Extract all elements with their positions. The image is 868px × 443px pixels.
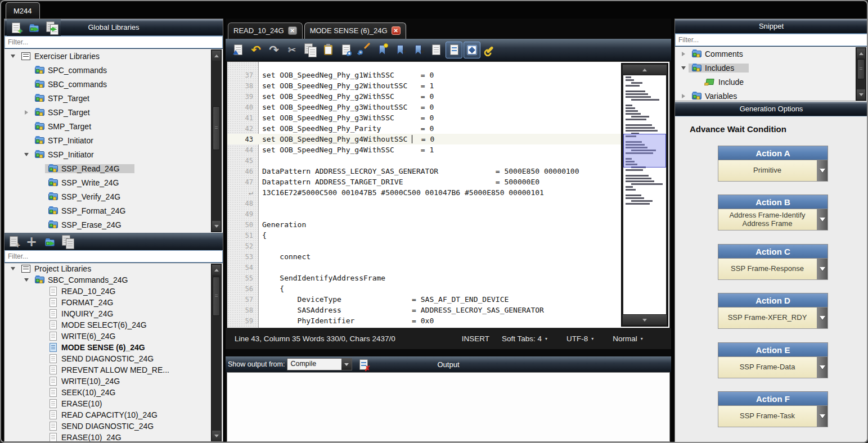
- expander-open-icon[interactable]: [678, 66, 689, 70]
- cut-button[interactable]: ✂: [284, 42, 300, 58]
- fullscreen-button[interactable]: [464, 42, 480, 58]
- snippet-filter-input[interactable]: [675, 34, 867, 46]
- tree-item-ssp-read-24g[interactable]: SSP_Read_24G: [5, 161, 223, 175]
- action-value-dropdown[interactable]: SSP Frame-XFER_RDY: [718, 308, 828, 329]
- code-editor[interactable]: 37set OOB_SpeedNeg_Phy_g1WithSSC = 038se…: [227, 61, 670, 328]
- tree-item-ssp-write-24g[interactable]: SSP_Write_24G: [5, 175, 223, 189]
- project-tree-scrollbar[interactable]: [211, 264, 222, 442]
- tree-item-mode-sense-6-24g[interactable]: MODE SENSE (6)_24G: [5, 342, 223, 353]
- bookmark-add-button[interactable]: [374, 42, 390, 58]
- scrollbar-thumb[interactable]: [213, 277, 220, 316]
- tree-item-prevent-allow-med-re[interactable]: PREVENT ALLOW MED_RE...: [5, 364, 223, 376]
- global-tree-scrollbar[interactable]: [211, 49, 222, 232]
- dropdown-arrow-icon[interactable]: [817, 357, 827, 378]
- settings-button[interactable]: [482, 42, 498, 58]
- tree-item-read-capacity-10-24g[interactable]: READ CAPACITY(10)_24G: [5, 409, 223, 421]
- tree-item-erase-10[interactable]: ERASE(10): [5, 398, 223, 409]
- window-tab[interactable]: M244: [6, 2, 40, 19]
- tree-item-write-10-24g[interactable]: WRITE(10)_24G: [5, 376, 223, 387]
- duplicate-library-button[interactable]: [43, 19, 60, 36]
- scroll-up-icon[interactable]: [212, 265, 221, 275]
- minimap-viewport[interactable]: [623, 134, 666, 168]
- paste-button[interactable]: [320, 42, 336, 58]
- bookmark-prev-button[interactable]: [392, 42, 408, 58]
- tree-item-include[interactable]: Include: [675, 75, 867, 89]
- global-filter-input[interactable]: [5, 36, 223, 48]
- editor-tab-mode-sense-6-24g[interactable]: MODE SENSE (6)_24G✕: [304, 22, 406, 39]
- copy-button[interactable]: [302, 42, 318, 58]
- editor-minimap[interactable]: [621, 63, 668, 327]
- undo-button[interactable]: ↶: [248, 42, 264, 58]
- expander-open-icon[interactable]: [8, 267, 18, 270]
- tree-item-comments[interactable]: Comments: [675, 47, 867, 61]
- dropdown-arrow-icon[interactable]: [817, 406, 827, 427]
- replace-button[interactable]: [356, 42, 372, 58]
- duplicate-document-button[interactable]: [59, 233, 76, 250]
- minimap-scroll-up-icon[interactable]: [623, 65, 667, 75]
- tree-item-seek-10-24g[interactable]: SEEK(10)_24G: [5, 387, 223, 398]
- tree-item-read-10-24g[interactable]: READ_10_24G: [5, 286, 223, 297]
- clear-output-button[interactable]: ✗: [357, 358, 370, 371]
- tree-item-write-6-24g[interactable]: WRITE(6)_24G: [5, 331, 223, 342]
- expander-closed-icon[interactable]: [678, 52, 689, 56]
- tree-item-includes[interactable]: Includes: [675, 61, 867, 75]
- scroll-down-icon[interactable]: [212, 431, 221, 441]
- goto-top-button[interactable]: [230, 42, 246, 58]
- close-tab-icon[interactable]: ✕: [288, 26, 297, 35]
- tree-item-spc-commands[interactable]: SPC_commands: [5, 63, 223, 77]
- expander-open-icon[interactable]: [8, 55, 18, 58]
- action-value-dropdown[interactable]: SSP Frame-Data: [718, 357, 828, 378]
- output-source-select[interactable]: Compile: [287, 358, 352, 370]
- tree-item-smp-target[interactable]: SMP_Target: [5, 119, 223, 133]
- syntax-mode-dropdown[interactable]: Normal▾: [613, 334, 643, 343]
- scrollbar-thumb[interactable]: [857, 59, 865, 79]
- tree-item-stp-target[interactable]: STP_Target: [5, 91, 223, 105]
- bookmark-next-button[interactable]: [410, 42, 426, 58]
- tree-item-inquiry-24g[interactable]: INQUIRY_24G: [5, 308, 223, 319]
- new-document-button[interactable]: +: [5, 233, 22, 250]
- scroll-up-icon[interactable]: [212, 51, 221, 61]
- tree-item-ssp-target[interactable]: SSP_Target: [5, 105, 223, 119]
- dropdown-arrow-icon[interactable]: [817, 209, 827, 230]
- tree-item-stp-initiator[interactable]: STP_Initiator: [5, 133, 223, 147]
- scroll-down-icon[interactable]: [212, 221, 221, 231]
- tree-item-ssp-verify-24g[interactable]: SSP_Verify_24G: [5, 189, 223, 204]
- tree-item-project-libraries[interactable]: Project Libraries: [5, 263, 223, 274]
- action-value-dropdown[interactable]: SSP Frame-Response: [718, 259, 828, 280]
- expander-closed-icon[interactable]: [21, 110, 32, 115]
- tree-item-mode-select-6-24g[interactable]: MODE SELECT(6)_24G: [5, 319, 223, 331]
- project-filter-input[interactable]: [5, 250, 223, 263]
- minimap-document-map[interactable]: [623, 75, 666, 314]
- action-value-dropdown[interactable]: Address Frame-Identify Address Frame: [718, 209, 828, 230]
- snippet-tree-scrollbar[interactable]: [856, 47, 866, 101]
- soft-tabs-dropdown[interactable]: Soft Tabs: 4▾: [502, 334, 547, 343]
- action-value-dropdown[interactable]: SSP Frame-Task: [718, 406, 828, 427]
- tree-item-format-24g[interactable]: FORMAT_24G: [5, 297, 223, 308]
- action-value-dropdown[interactable]: Primitive: [718, 160, 828, 182]
- minimap-scroll-down-icon[interactable]: [623, 315, 667, 325]
- import-library-button[interactable]: [25, 19, 42, 36]
- scroll-down-icon[interactable]: [857, 89, 865, 100]
- redo-button[interactable]: ↷: [266, 42, 282, 58]
- tree-item-sbc-commands[interactable]: SBC_commands: [5, 77, 223, 91]
- expander-open-icon[interactable]: [21, 278, 32, 282]
- tree-item-ssp-erase-24g[interactable]: SSP_Erase_24G: [5, 218, 223, 232]
- scrollbar-thumb[interactable]: [213, 106, 220, 150]
- tree-item-send-diagnostic-24g[interactable]: SEND DIAGNOSTIC_24G: [5, 421, 223, 432]
- document-button[interactable]: [428, 42, 444, 58]
- expander-closed-icon[interactable]: [678, 94, 689, 98]
- tree-item-erase-10-24g[interactable]: ERASE(10)_24G: [5, 432, 223, 442]
- word-wrap-button[interactable]: [446, 42, 462, 58]
- dropdown-arrow-icon[interactable]: [817, 308, 827, 328]
- tree-item-ssp-format-24g[interactable]: SSP_Format_24G: [5, 204, 223, 218]
- tree-item-variables[interactable]: Variables: [675, 89, 867, 101]
- import-project-button[interactable]: [41, 233, 58, 250]
- editor-tab-read-10-24g[interactable]: READ_10_24G✕: [228, 22, 303, 39]
- tree-item-ssp-initiator[interactable]: SSP_Initiator: [5, 147, 223, 161]
- combo-dropdown-icon[interactable]: [341, 359, 352, 370]
- tree-item-exerciser-libraries[interactable]: Exerciser Libraries: [5, 49, 223, 63]
- tree-item-sbc-commands-24g[interactable]: SBC_Commands_24G: [5, 274, 223, 286]
- tree-item-send-diagnostic-24g[interactable]: SEND DIAGNOSTIC_24G: [5, 353, 223, 364]
- close-tab-icon[interactable]: ✕: [392, 26, 401, 35]
- new-library-button[interactable]: +: [7, 19, 24, 36]
